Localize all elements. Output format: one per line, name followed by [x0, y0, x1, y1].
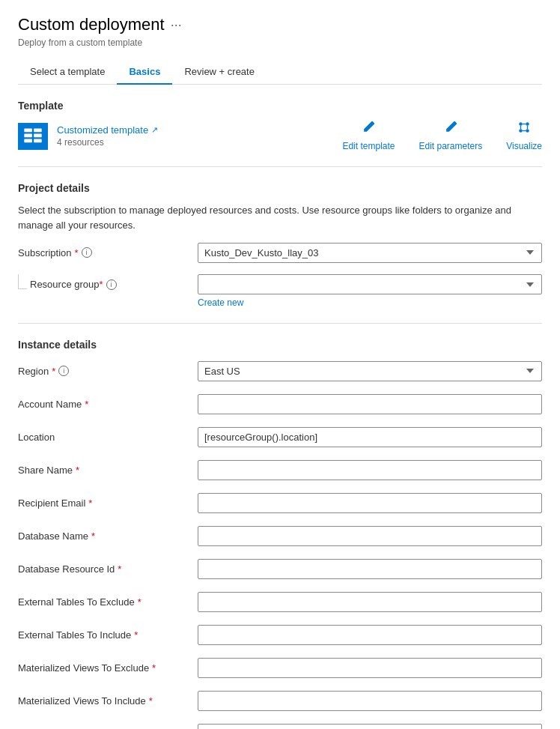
edit-parameters-label: Edit parameters — [419, 141, 482, 151]
svg-rect-2 — [24, 139, 32, 142]
location-row: Location — [18, 426, 542, 448]
edit-template-label: Edit template — [342, 141, 395, 151]
database-name-control — [198, 526, 542, 546]
svg-point-8 — [519, 129, 523, 133]
resource-group-label: Resource group * i — [18, 274, 198, 290]
subscription-info-icon[interactable]: i — [82, 247, 92, 258]
subscription-row: Subscription * i Kusto_Dev_Kusto_llay_03 — [18, 241, 542, 264]
database-name-label: Database Name * — [18, 530, 198, 542]
project-details-description: Select the subscription to manage deploy… — [18, 203, 542, 232]
create-new-link[interactable]: Create new — [198, 297, 243, 308]
location-control — [198, 427, 542, 447]
materialized-views-exclude-control — [198, 658, 542, 678]
database-resource-id-control — [198, 559, 542, 579]
resource-group-select[interactable] — [198, 274, 542, 294]
external-tables-exclude-input[interactable] — [198, 592, 542, 612]
recipient-email-input[interactable] — [198, 493, 542, 513]
external-tables-exclude-row: External Tables To Exclude * — [18, 590, 542, 613]
materialized-views-exclude-row: Materialized Views To Exclude * — [18, 656, 542, 679]
instance-details-section: Instance details Region * i East USWest … — [18, 339, 542, 729]
recipient-email-row: Recipient Email * — [18, 491, 542, 514]
database-resource-id-row: Database Resource Id * — [18, 557, 542, 580]
region-row: Region * i East USWest USWest EuropeNort… — [18, 360, 542, 382]
edit-parameters-action[interactable]: Edit parameters — [419, 121, 482, 151]
tables-exclude-input[interactable] — [198, 724, 542, 730]
subscription-label: Subscription * i — [18, 247, 198, 258]
region-select[interactable]: East USWest USWest EuropeNorth EuropeSou… — [198, 361, 542, 381]
share-name-row: Share Name * — [18, 459, 542, 481]
external-tables-exclude-control — [198, 592, 542, 612]
tab-basics[interactable]: Basics — [117, 60, 172, 85]
share-name-label: Share Name * — [18, 465, 198, 476]
page-title: Custom deployment — [18, 15, 165, 34]
resource-group-row: Resource group * i Create new — [18, 274, 542, 308]
share-name-input[interactable] — [198, 460, 542, 480]
external-tables-exclude-label: External Tables To Exclude * — [18, 596, 198, 608]
materialized-views-exclude-label: Materialized Views To Exclude * — [18, 662, 198, 674]
edit-parameters-icon — [444, 121, 457, 138]
svg-rect-3 — [34, 128, 41, 132]
template-icon — [18, 123, 48, 150]
materialized-views-include-input[interactable] — [198, 691, 542, 711]
account-name-label: Account Name * — [18, 399, 198, 410]
database-name-input[interactable] — [198, 526, 542, 546]
template-link[interactable]: Customized template ↗ — [57, 124, 158, 136]
database-resource-id-label: Database Resource Id * — [18, 563, 198, 575]
template-resources: 4 resources — [57, 137, 158, 148]
edit-template-icon — [362, 121, 375, 138]
svg-rect-0 — [24, 128, 32, 132]
visualize-action[interactable]: Visualize — [506, 121, 542, 151]
materialized-views-exclude-input[interactable] — [198, 658, 542, 678]
location-input[interactable] — [198, 427, 542, 447]
account-name-row: Account Name * — [18, 393, 542, 415]
external-tables-include-row: External Tables To Include * — [18, 623, 542, 646]
ellipsis-menu-icon[interactable]: ··· — [171, 17, 182, 33]
visualize-icon — [517, 121, 531, 138]
tables-exclude-row: Tables To Exclude * — [18, 722, 542, 729]
location-label: Location — [18, 432, 198, 443]
svg-rect-4 — [34, 133, 41, 137]
template-box: Customized template ↗ 4 resources Edit t… — [18, 121, 542, 151]
svg-point-9 — [526, 129, 529, 133]
external-link-icon: ↗ — [151, 125, 158, 135]
subscription-select[interactable]: Kusto_Dev_Kusto_llay_03 — [198, 243, 542, 263]
region-control: East USWest USWest EuropeNorth EuropeSou… — [198, 361, 542, 381]
recipient-email-label: Recipient Email * — [18, 497, 198, 509]
subscription-control: Kusto_Dev_Kusto_llay_03 — [198, 243, 542, 263]
visualize-label: Visualize — [506, 141, 542, 151]
external-tables-include-label: External Tables To Include * — [18, 629, 198, 641]
template-section: Template Customized template ↗ 4 resourc… — [18, 100, 542, 151]
svg-rect-5 — [34, 139, 41, 142]
account-name-input[interactable] — [198, 394, 542, 414]
tables-exclude-control — [198, 724, 542, 730]
region-info-icon[interactable]: i — [58, 366, 69, 376]
resource-group-info-icon[interactable]: i — [106, 279, 117, 290]
external-tables-include-input[interactable] — [198, 625, 542, 645]
page-subtitle: Deploy from a custom template — [18, 37, 542, 48]
tab-select-template[interactable]: Select a template — [18, 60, 117, 85]
database-resource-id-input[interactable] — [198, 559, 542, 579]
project-details-title: Project details — [18, 182, 542, 194]
share-name-control — [198, 460, 542, 480]
template-actions: Edit template Edit parameters — [342, 121, 542, 151]
tab-review-create[interactable]: Review + create — [172, 60, 267, 85]
svg-point-6 — [519, 122, 523, 126]
template-section-title: Template — [18, 100, 542, 112]
account-name-control — [198, 394, 542, 414]
materialized-views-include-control — [198, 691, 542, 711]
database-name-row: Database Name * — [18, 524, 542, 547]
external-tables-include-control — [198, 625, 542, 645]
template-info: Customized template ↗ 4 resources — [57, 124, 158, 148]
region-label: Region * i — [18, 366, 198, 377]
tab-bar: Select a template Basics Review + create — [18, 60, 542, 85]
materialized-views-include-label: Materialized Views To Include * — [18, 695, 198, 707]
edit-template-action[interactable]: Edit template — [342, 121, 395, 151]
svg-rect-1 — [24, 133, 32, 137]
project-details-section: Project details Select the subscription … — [18, 182, 542, 308]
svg-point-7 — [526, 122, 529, 126]
recipient-email-control — [198, 493, 542, 513]
resource-group-control: Create new — [198, 274, 542, 308]
instance-details-title: Instance details — [18, 339, 542, 351]
materialized-views-include-row: Materialized Views To Include * — [18, 689, 542, 712]
